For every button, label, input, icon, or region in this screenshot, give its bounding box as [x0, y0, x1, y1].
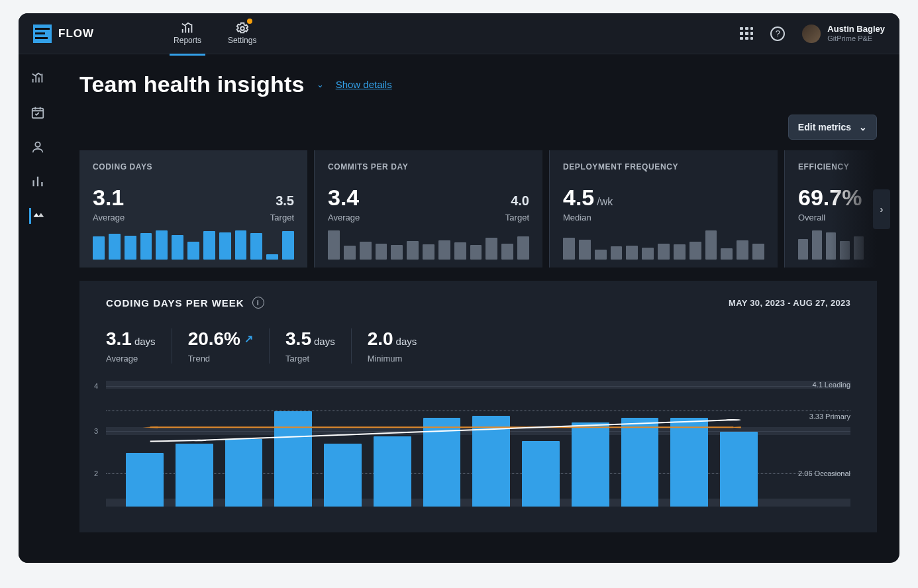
avatar: [802, 24, 821, 43]
stat-average: 3.1days Average: [106, 328, 172, 364]
nav-reports[interactable]: Reports: [174, 21, 201, 46]
show-details-link[interactable]: Show details: [336, 79, 392, 90]
user-name: Austin Bagley: [827, 24, 885, 34]
sparkline-deploy: [563, 230, 764, 260]
card-coding-days[interactable]: CODING DAYS 3.1 Average 3.5 Target: [79, 150, 307, 268]
svg-point-0: [240, 26, 244, 30]
content: Team health insights ⌄ Show details Edit…: [57, 54, 899, 563]
page-title: Team health insights: [79, 72, 305, 97]
logo-icon: [33, 24, 52, 43]
card-deploy[interactable]: DEPLOYMENT FREQUENCY 4.5/wk Median: [549, 150, 778, 268]
card-value: 3.1: [93, 186, 125, 209]
axis-tick: 3: [94, 427, 98, 435]
card-caption: Average: [93, 213, 125, 222]
stat-strip: 3.1days Average 20.6%↗ Trend 3.5days Tar…: [106, 328, 850, 364]
trend-lines: [126, 381, 758, 507]
edit-row: Edit metrics ⌄: [79, 115, 877, 140]
panel-title: CODING DAYS PER WEEK i: [106, 297, 264, 309]
svg-point-2: [35, 142, 40, 147]
card-value: 3.4: [328, 186, 360, 209]
chevron-down-icon[interactable]: ⌄: [317, 79, 324, 89]
card-value: 4.5/wk: [563, 186, 613, 209]
stat-minimum: 2.0days Minimum: [352, 328, 433, 364]
trend-up-icon: ↗: [244, 332, 253, 345]
sparkline-coding-days: [93, 230, 294, 260]
chevron-down-icon: ⌄: [859, 122, 867, 132]
axis-tick: 4: [94, 382, 98, 390]
page-title-row: Team health insights ⌄ Show details: [79, 72, 877, 97]
card-commits[interactable]: COMMITS PER DAY 3.4 Average 4.0 Target: [314, 150, 542, 268]
left-rail: [19, 54, 57, 563]
card-caption: Median: [563, 213, 613, 222]
metric-cards: CODING DAYS 3.1 Average 3.5 Target COMMI…: [79, 150, 877, 268]
rail-calendar[interactable]: [30, 105, 46, 121]
card-caption: Average: [328, 213, 360, 222]
card-label: DEPLOYMENT FREQUENCY: [563, 162, 764, 172]
card-target: 3.5: [270, 193, 294, 209]
nav-settings-label: Settings: [228, 36, 256, 45]
user-org: GitPrime P&E: [827, 34, 885, 42]
rail-overview[interactable]: [30, 70, 46, 86]
logo-text: FLOW: [58, 27, 94, 40]
sparkline-commits: [328, 230, 529, 260]
scroll-right-button[interactable]: ›: [873, 189, 890, 229]
card-label: CODING DAYS: [93, 162, 294, 172]
reports-icon: [180, 21, 195, 36]
edit-metrics-button[interactable]: Edit metrics ⌄: [788, 115, 877, 140]
band-primary: 3.33 Primary: [804, 413, 850, 420]
card-value: 69.7%: [798, 186, 862, 209]
card-caption: Overall: [798, 213, 862, 222]
rail-insights[interactable]: [29, 208, 45, 224]
card-efficiency[interactable]: EFFICIENCY 69.7% Overall: [784, 150, 877, 268]
svg-point-3: [191, 440, 207, 441]
topbar-right: ? Austin Bagley GitPrime P&E: [740, 24, 885, 43]
user-menu[interactable]: Austin Bagley GitPrime P&E: [802, 24, 885, 43]
axis-tick: 2: [94, 469, 98, 477]
topbar: FLOW Reports Settings ? Austin Bagley Gi…: [19, 13, 899, 54]
top-nav: Reports Settings: [174, 21, 256, 46]
card-target-caption: Target: [505, 213, 529, 222]
sparkline-efficiency: [798, 230, 864, 260]
notification-dot-icon: [247, 19, 252, 24]
card-label: COMMITS PER DAY: [328, 162, 529, 172]
card-label: EFFICIENCY: [798, 162, 864, 172]
stat-trend: 20.6%↗ Trend: [172, 328, 270, 364]
panel-date-range: MAY 30, 2023 - AUG 27, 2023: [729, 298, 850, 308]
info-icon[interactable]: i: [252, 297, 264, 309]
coding-days-panel: CODING DAYS PER WEEK i MAY 30, 2023 - AU…: [79, 281, 877, 532]
card-target: 4.0: [505, 193, 529, 209]
coding-days-chart: 4 4.1 Leading 3 3.33 Primary 2 2.06 Occa…: [106, 381, 850, 507]
band-occasional: 2.06 Occasional: [793, 469, 850, 477]
card-target-caption: Target: [270, 213, 294, 222]
help-icon[interactable]: ?: [770, 26, 785, 41]
rail-people[interactable]: [30, 139, 46, 155]
nav-reports-label: Reports: [174, 36, 201, 45]
svg-point-4: [726, 419, 741, 420]
edit-metrics-label: Edit metrics: [798, 122, 851, 132]
app-logo[interactable]: FLOW: [33, 24, 94, 43]
nav-settings[interactable]: Settings: [228, 21, 256, 46]
band-leading: 4.1 Leading: [807, 381, 851, 389]
app-frame: FLOW Reports Settings ? Austin Bagley Gi…: [19, 13, 899, 563]
apps-grid-icon[interactable]: [740, 27, 753, 40]
stat-target: 3.5days Target: [270, 328, 352, 364]
rail-bars[interactable]: [30, 173, 46, 189]
